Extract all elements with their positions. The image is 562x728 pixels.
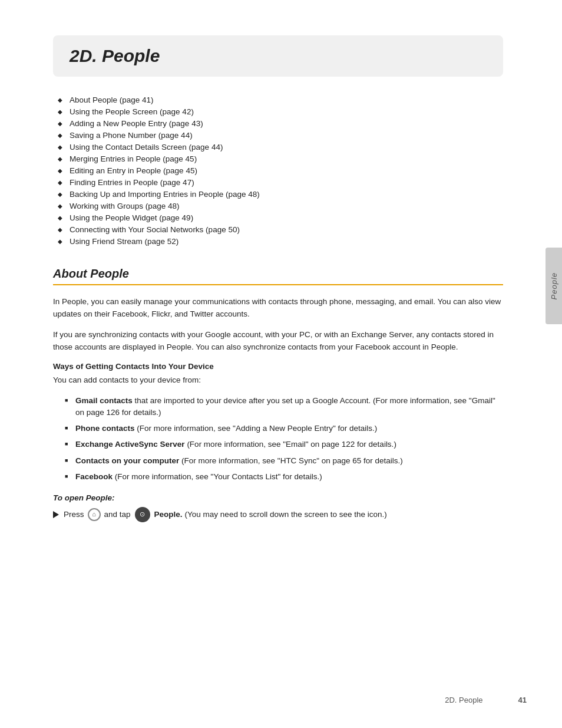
phone-normal: (For more information, see "Adding a New… bbox=[137, 424, 377, 433]
toc-item: Connecting with Your Social Networks (pa… bbox=[58, 225, 503, 234]
chapter-title: 2D. People bbox=[70, 46, 160, 65]
sub-text: You can add contacts to your device from… bbox=[53, 374, 503, 387]
toc-item: Using the Contact Details Screen (page 4… bbox=[58, 143, 503, 151]
list-item-computer: Contacts on your computer (For more info… bbox=[65, 455, 503, 467]
toc-item: About People (page 41) bbox=[58, 95, 503, 104]
computer-normal: (For more information, see "HTC Sync" on… bbox=[181, 456, 403, 465]
computer-bold: Contacts on your computer bbox=[75, 456, 179, 465]
exchange-bold: Exchange ActiveSync Server bbox=[75, 440, 185, 449]
to-open-label: To open People: bbox=[53, 493, 503, 502]
step-suffix: (You may need to scroll down the screen … bbox=[185, 508, 387, 521]
about-para2: If you are synchronizing contacts with y… bbox=[53, 329, 503, 354]
gmail-bold: Gmail contacts bbox=[75, 396, 133, 405]
toc-item: Adding a New People Entry (page 43) bbox=[58, 119, 503, 128]
step-bold-people: People. bbox=[154, 508, 183, 521]
phone-bold: Phone contacts bbox=[75, 424, 135, 433]
toc-item: Using Friend Stream (page 52) bbox=[58, 237, 503, 246]
toc-item: Backing Up and Importing Entries in Peop… bbox=[58, 190, 503, 199]
toc-item: Saving a Phone Number (page 44) bbox=[58, 131, 503, 140]
step-press-label: Press bbox=[64, 508, 84, 521]
contacts-sources-list: Gmail contacts that are imported to your… bbox=[53, 395, 503, 483]
list-item-exchange: Exchange ActiveSync Server (For more inf… bbox=[65, 439, 503, 450]
home-icon: ⌂ bbox=[88, 508, 101, 521]
toc-item: Merging Entries in People (page 45) bbox=[58, 154, 503, 163]
toc-item: Using the People Screen (page 42) bbox=[58, 107, 503, 116]
section-heading: About People bbox=[53, 267, 503, 281]
side-tab-label: People bbox=[550, 272, 558, 299]
side-tab: People bbox=[546, 248, 562, 324]
footer-page-number: 41 bbox=[518, 696, 527, 704]
gmail-normal: that are imported to your device after y… bbox=[75, 396, 495, 417]
list-item-facebook: Facebook (For more information, see "You… bbox=[65, 471, 503, 483]
facebook-bold: Facebook bbox=[75, 472, 113, 481]
toc-item: Editing an Entry in People (page 45) bbox=[58, 166, 503, 175]
apps-icon: ⊙ bbox=[135, 507, 150, 522]
toc-item: Finding Entries in People (page 47) bbox=[58, 178, 503, 187]
page-footer: 2D. People 41 bbox=[53, 696, 527, 704]
exchange-normal: (For more information, see "Email" on pa… bbox=[187, 440, 396, 449]
list-item-gmail: Gmail contacts that are imported to your… bbox=[65, 395, 503, 419]
page-container: 2D. People About People (page 41) Using … bbox=[0, 0, 562, 728]
about-para1: In People, you can easily manage your co… bbox=[53, 296, 503, 321]
footer-chapter-label: 2D. People bbox=[445, 696, 482, 704]
toc-list: About People (page 41) Using the People … bbox=[53, 95, 503, 246]
list-item-phone: Phone contacts (For more information, se… bbox=[65, 423, 503, 434]
sub-heading-ways: Ways of Getting Contacts Into Your Devic… bbox=[53, 362, 503, 371]
triangle-icon bbox=[53, 511, 59, 518]
facebook-normal: (For more information, see "Your Contact… bbox=[115, 472, 322, 481]
step-row: Press ⌂ and tap ⊙ People. (You may need … bbox=[53, 507, 503, 522]
toc-item: Using the People Widget (page 49) bbox=[58, 213, 503, 222]
chapter-header: 2D. People bbox=[53, 35, 503, 77]
step-and-tap-label: and tap bbox=[104, 508, 131, 521]
toc-item: Working with Groups (page 48) bbox=[58, 202, 503, 210]
section-divider bbox=[53, 284, 503, 285]
